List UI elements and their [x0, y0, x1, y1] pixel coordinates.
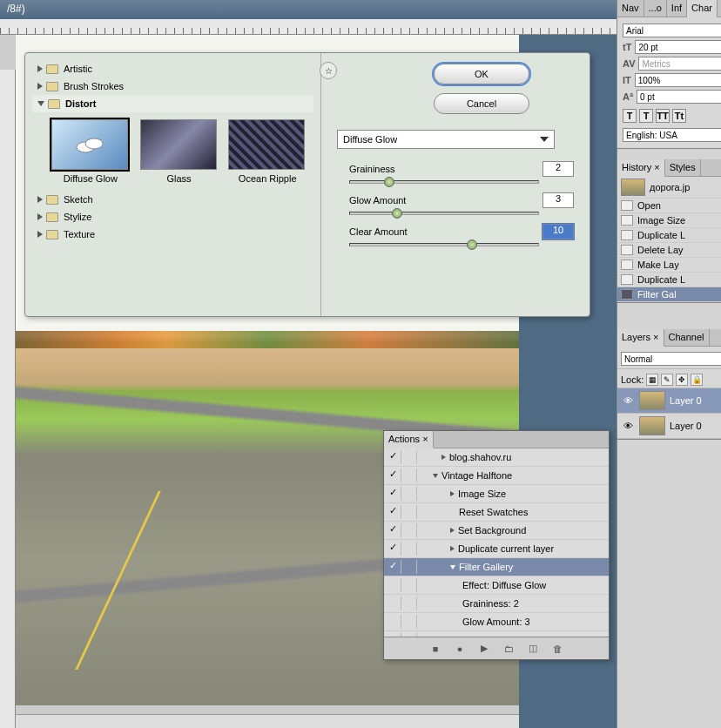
history-item[interactable]: Image Size	[617, 213, 721, 228]
collapse-tree-button[interactable]: ☆	[320, 62, 337, 79]
layer-item[interactable]: 👁 Layer 0	[617, 414, 721, 439]
layer-item[interactable]: 👁 Layer 0	[617, 388, 721, 414]
delete-button[interactable]: 🗑	[551, 643, 563, 655]
toggle-check[interactable]: ✓	[386, 450, 401, 464]
history-item[interactable]: Make Lay	[617, 258, 721, 273]
faux-bold-button[interactable]: T	[623, 109, 637, 123]
history-item[interactable]: Open	[617, 199, 721, 213]
graininess-value[interactable]: 2	[542, 161, 574, 177]
stop-button[interactable]: ■	[429, 643, 441, 655]
font-size-input[interactable]	[635, 40, 721, 54]
actions-list: ✓blog.shahov.ru ✓Vintage Halftone ✓Image…	[384, 448, 609, 637]
category-artistic[interactable]: Artistic	[32, 60, 313, 78]
lock-transparency-button[interactable]: ▦	[646, 374, 658, 386]
action-step[interactable]: ✓Reset Swatches	[384, 503, 609, 522]
cancel-button[interactable]: Cancel	[434, 93, 529, 114]
tab-history[interactable]: History ×	[617, 159, 665, 177]
small-caps-button[interactable]: Tt	[672, 109, 686, 123]
category-brush-strokes[interactable]: Brush Strokes	[32, 78, 313, 95]
faux-italic-button[interactable]: T	[639, 109, 653, 123]
kerning-input[interactable]	[638, 57, 721, 71]
toggle-check[interactable]: ✓	[386, 542, 401, 556]
toggle-dialog[interactable]	[401, 505, 417, 519]
toggle-dialog[interactable]	[401, 487, 417, 501]
category-stylize[interactable]: Stylize	[32, 208, 313, 226]
glow-amount-label: Glow Amount	[349, 195, 445, 206]
category-label: Sketch	[64, 194, 93, 205]
visibility-toggle[interactable]: 👁	[621, 420, 635, 432]
vertical-scale-input[interactable]	[635, 73, 721, 87]
action-group[interactable]: ✓Vintage Halftone	[384, 467, 609, 485]
all-caps-button[interactable]: TT	[656, 109, 670, 123]
tab-actions[interactable]: Actions ×	[384, 431, 434, 448]
graininess-slider[interactable]	[349, 180, 539, 184]
toggle-check[interactable]: ✓	[386, 560, 401, 574]
play-button[interactable]: ▶	[478, 643, 490, 655]
toggle-dialog[interactable]	[401, 560, 417, 574]
thumbnail-image	[228, 119, 305, 170]
filter-select-dropdown[interactable]: Diffuse Glow	[337, 130, 555, 149]
glow-amount-value[interactable]: 3	[542, 192, 574, 208]
tab-navigator[interactable]: Nav	[617, 0, 644, 17]
record-button[interactable]: ●	[454, 643, 466, 655]
slider-thumb[interactable]	[384, 177, 394, 187]
clear-amount-value[interactable]: 10	[542, 224, 574, 239]
toggle-dialog[interactable]	[401, 523, 417, 537]
category-distort[interactable]: Distort	[32, 95, 313, 112]
clear-amount-slider[interactable]	[349, 243, 539, 246]
history-snapshot[interactable]: дорога.jp	[617, 177, 721, 199]
action-set[interactable]: ✓blog.shahov.ru	[384, 448, 609, 467]
glow-amount-slider[interactable]	[349, 212, 539, 215]
ok-button[interactable]: OK	[434, 64, 529, 84]
lock-pixels-button[interactable]: ✎	[661, 374, 673, 386]
action-step[interactable]: ✓Image Size	[384, 485, 609, 503]
tab-styles[interactable]: Styles	[665, 159, 701, 176]
new-set-button[interactable]: 🗀	[502, 643, 515, 655]
filter-ocean-ripple[interactable]: Ocean Ripple	[228, 119, 307, 184]
action-step-selected[interactable]: ✓Filter Gallery	[384, 558, 609, 576]
disclosure-down-icon	[450, 565, 455, 570]
toggle-dialog[interactable]	[401, 450, 417, 464]
slider-thumb[interactable]	[467, 239, 477, 250]
filter-diffuse-glow[interactable]: Diffuse Glow	[51, 119, 130, 184]
tab-info[interactable]: Inf	[667, 0, 687, 17]
toggle-check[interactable]: ✓	[386, 468, 401, 482]
ruler-horizontal[interactable]	[0, 19, 721, 35]
action-step[interactable]: ✓Set Background	[384, 522, 609, 540]
history-item[interactable]: Delete Lay	[617, 243, 721, 258]
toggle-dialog[interactable]	[401, 468, 417, 482]
category-sketch[interactable]: Sketch	[32, 191, 313, 208]
filter-glass[interactable]: Glass	[140, 119, 219, 184]
visibility-toggle[interactable]: 👁	[621, 394, 635, 407]
tab-character[interactable]: Char	[687, 0, 718, 17]
lock-all-button[interactable]: 🔒	[691, 374, 703, 386]
lock-position-button[interactable]: ✥	[676, 374, 688, 386]
thumbnail-image	[140, 119, 217, 170]
language-select[interactable]	[623, 128, 721, 142]
ruler-vertical[interactable]	[0, 70, 16, 728]
action-detail[interactable]: Graininess: 2	[384, 595, 609, 613]
font-family-select[interactable]	[623, 24, 721, 37]
disclosure-right-icon	[37, 213, 43, 220]
tab-layers[interactable]: Layers ×	[617, 329, 664, 347]
tab-options[interactable]: ...o	[644, 0, 667, 17]
tab-channels[interactable]: Channel	[664, 329, 710, 346]
history-item-current[interactable]: Filter Gal	[617, 287, 721, 302]
category-texture[interactable]: Texture	[32, 226, 313, 243]
blend-mode-select[interactable]	[621, 352, 721, 366]
history-item[interactable]: Duplicate L	[617, 273, 721, 287]
action-step[interactable]: ✓Duplicate current layer	[384, 540, 609, 558]
toggle-dialog[interactable]	[401, 542, 417, 556]
slider-thumb[interactable]	[392, 208, 402, 219]
new-action-button[interactable]: ◫	[527, 643, 539, 655]
toggle-check[interactable]: ✓	[386, 523, 401, 537]
history-item[interactable]: Duplicate L	[617, 228, 721, 243]
toggle-check[interactable]: ✓	[386, 505, 401, 519]
toggle-check[interactable]: ✓	[386, 487, 401, 501]
action-detail[interactable]: Effect: Diffuse Glow	[384, 576, 609, 595]
baseline-shift-input[interactable]	[637, 90, 721, 104]
disclosure-right-icon	[37, 196, 43, 203]
scrollbar-horizontal[interactable]	[16, 714, 519, 728]
action-detail[interactable]: Glow Amount: 3	[384, 613, 609, 631]
folder-icon	[46, 195, 58, 205]
